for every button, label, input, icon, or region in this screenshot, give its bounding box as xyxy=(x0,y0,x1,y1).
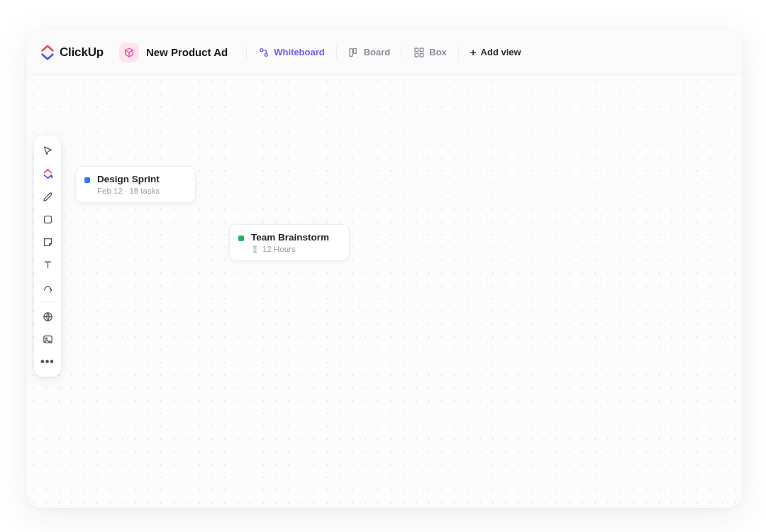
project-name: New Product Ad xyxy=(146,46,228,58)
status-dot-icon xyxy=(238,235,244,241)
square-icon xyxy=(42,214,54,226)
project-selector[interactable]: New Product Ad xyxy=(119,43,228,62)
whiteboard-canvas[interactable]: Design Sprint Feb 12 · 18 tasks Team Bra… xyxy=(27,75,742,508)
text-icon xyxy=(42,259,54,271)
tool-web-embed[interactable] xyxy=(37,306,58,327)
tool-text[interactable] xyxy=(37,254,58,275)
card-team-brainstorm[interactable]: Team Brainstorm 12 Hours xyxy=(229,224,350,261)
view-whiteboard[interactable]: Whiteboard xyxy=(252,43,331,62)
status-dot-icon xyxy=(84,177,90,183)
separator xyxy=(401,45,402,60)
svg-rect-2 xyxy=(350,48,353,56)
card-meta-text: 12 Hours xyxy=(262,245,296,253)
tool-more[interactable]: ••• xyxy=(37,351,58,372)
view-board-label: Board xyxy=(364,47,391,57)
separator xyxy=(336,45,337,60)
card-meta: 12 Hours xyxy=(251,245,329,253)
svg-rect-5 xyxy=(421,48,424,52)
globe-icon xyxy=(42,311,54,323)
connector-icon xyxy=(42,282,54,294)
plus-icon: + xyxy=(470,47,477,57)
view-box-label: Box xyxy=(429,47,447,57)
view-whiteboard-label: Whiteboard xyxy=(274,47,325,57)
app-logo[interactable]: ClickUp xyxy=(40,45,104,60)
tool-clickup-add[interactable] xyxy=(37,163,58,184)
clickup-logo-icon xyxy=(40,45,55,60)
card-body: Team Brainstorm 12 Hours xyxy=(251,232,329,253)
svg-rect-3 xyxy=(353,48,356,53)
board-icon xyxy=(348,47,360,58)
svg-rect-8 xyxy=(44,216,51,223)
header-bar: ClickUp New Product Ad Whiteboard xyxy=(27,30,742,75)
cursor-icon xyxy=(42,145,54,157)
ellipsis-icon: ••• xyxy=(40,355,55,368)
svg-point-11 xyxy=(45,338,47,339)
image-icon xyxy=(42,333,54,345)
toolbar-divider xyxy=(40,301,55,302)
tool-sticky-note[interactable] xyxy=(37,231,58,253)
card-title: Team Brainstorm xyxy=(251,232,329,243)
svg-rect-7 xyxy=(421,53,424,57)
card-title: Design Sprint xyxy=(97,174,160,184)
svg-rect-6 xyxy=(415,53,418,57)
view-board[interactable]: Board xyxy=(343,43,396,62)
pen-icon xyxy=(42,191,54,203)
clickup-add-icon xyxy=(42,168,54,180)
tool-connector[interactable] xyxy=(37,277,58,298)
box-grid-icon xyxy=(413,47,425,58)
tool-shape[interactable] xyxy=(37,209,58,230)
sticky-note-icon xyxy=(42,236,54,248)
card-meta-text: Feb 12 · 18 tasks xyxy=(97,187,160,195)
view-switcher: Whiteboard Board Box + Add view xyxy=(242,43,526,62)
card-body: Design Sprint Feb 12 · 18 tasks xyxy=(97,174,160,195)
card-meta: Feb 12 · 18 tasks xyxy=(97,187,160,195)
tool-cursor[interactable] xyxy=(37,140,58,162)
separator xyxy=(458,45,459,60)
view-box[interactable]: Box xyxy=(408,43,453,62)
tool-image[interactable] xyxy=(37,328,58,350)
svg-rect-4 xyxy=(415,48,418,52)
tool-pen[interactable] xyxy=(37,186,58,207)
app-logo-text: ClickUp xyxy=(60,45,104,60)
project-cube-icon xyxy=(119,43,139,62)
hourglass-icon xyxy=(251,245,259,253)
add-view-button[interactable]: + Add view xyxy=(465,43,527,62)
add-view-label: Add view xyxy=(481,47,521,57)
whiteboard-toolbar: ••• xyxy=(34,136,61,377)
app-window: ClickUp New Product Ad Whiteboard xyxy=(27,30,742,508)
separator xyxy=(246,45,247,60)
card-design-sprint[interactable]: Design Sprint Feb 12 · 18 tasks xyxy=(75,166,196,203)
whiteboard-icon xyxy=(258,47,270,58)
